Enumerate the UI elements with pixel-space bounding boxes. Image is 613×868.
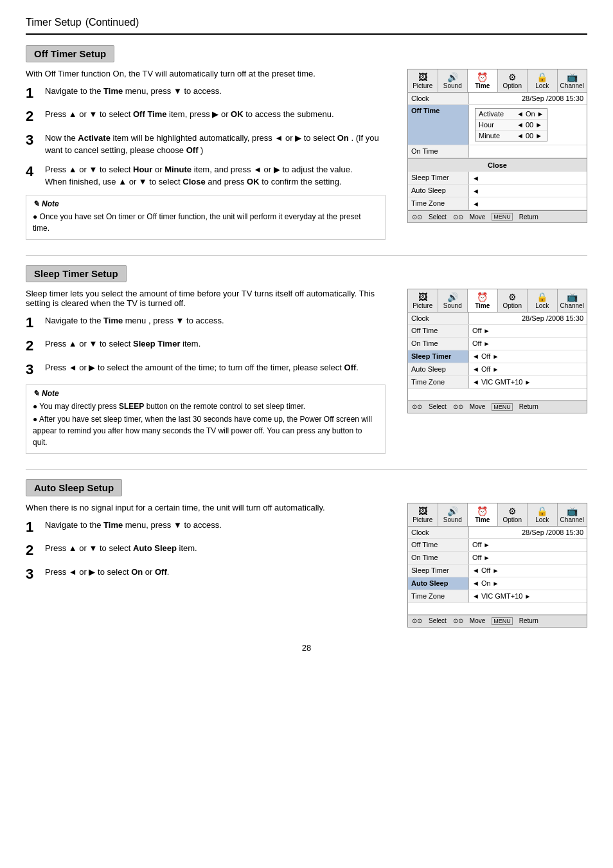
select-icon: ⊙⊙ [412,213,422,221]
time-zone-row: Time Zone ◄ VIC GMT+10 ► [408,590,587,603]
tv-icon-bar: 🖼 Picture 🔊 Sound ⏰ Time ⚙ Option 🔒 [408,503,587,527]
auto-sleep-step-1: 1 Navigate to the Time menu, press ▼ to … [26,519,395,536]
auto-sleep-label: Auto Sleep [408,577,469,590]
step-text: Press ▲ or ▼ to select Auto Sleep item. [45,542,395,555]
sleep-timer-row: Sleep Timer ◄ Off ► [408,565,587,577]
off-timer-header: Off Timer Setup [26,45,114,62]
off-timer-section: Off Timer Setup With Off Timer function … [26,45,587,240]
lock-icon-cell: 🔒 Lock [528,503,558,526]
tv-icon-bar: 🖼 Picture 🔊 Sound ⏰ Time ⚙ Option 🔒 [408,69,587,93]
off-time-label: Off Time [408,539,469,551]
option-icon-cell: ⚙ Option [498,289,528,312]
step-text: Navigate to the Time menu , press ▼ to a… [45,314,395,327]
off-timer-intro: With Off Timer function On, the TV will … [26,69,386,78]
hour-left-arr: ◄ [517,121,524,129]
off-timer-step-3: 3 Now the Activate item will be highligh… [26,132,395,157]
hour-row: Hour ◄ 00 ► [475,120,547,131]
clock-label: Clock [408,93,469,104]
off-time-submenu: Activate ◄ On ► Hour ◄ 00 [475,108,547,141]
sleep-timer-label: Sleep Timer [408,565,469,577]
sound-icon: 🔊 [440,292,466,302]
lock-icon-cell: 🔒 Lock [528,69,558,92]
activate-label: Activate [479,110,514,118]
on-time-value: Off ► [469,552,587,564]
time-icon: ⏰ [469,292,496,302]
picture-icon-cell: 🖼 Picture [408,503,438,526]
off-timer-step-4: 4 Press ▲ or ▼ to select Hour or Minute … [26,163,395,188]
on-time-value: Off ► [469,338,587,350]
channel-icon-cell: 📺 Channel [558,503,587,526]
time-zone-label: Time Zone [408,376,469,388]
minute-label: Minute [479,132,514,140]
hour-value: 00 [526,121,533,129]
activate-right-arr: ► [537,110,544,118]
sleep-timer-intro: Sleep timer lets you select the amount o… [26,289,386,308]
hour-val: ◄ 00 ► [517,121,544,129]
off-time-label: Off Time [408,105,469,145]
auto-sleep-step-2: 2 Press ▲ or ▼ to select Auto Sleep item… [26,542,395,559]
step-num: 4 [26,163,45,180]
time-icon: ⏰ [469,72,496,82]
sound-label: Sound [443,82,462,89]
off-timer-step-1: 1 Navigate to the Time menu, press ▼ to … [26,85,395,102]
picture-icon: 🖼 [409,292,436,302]
activate-val: ◄ On ► [517,110,544,118]
sound-icon-cell: 🔊 Sound [438,289,468,312]
step-num: 1 [26,519,45,536]
channel-label: Channel [560,82,584,89]
sleep-timer-row: Sleep Timer ◄ Off ► [408,350,587,363]
sleep-timer-section: Sleep Timer Setup Sleep timer lets you s… [26,265,587,454]
option-icon-cell: ⚙ Option [498,69,528,92]
step-text: Navigate to the Time menu, press ▼ to ac… [45,85,395,98]
step-text: Press ◄ or ▶ to select On or Off. [45,566,395,579]
time-label: Time [475,82,490,89]
channel-label: Channel [560,516,584,523]
off-time-label: Off Time [408,325,469,337]
step-num: 3 [26,132,45,149]
clock-row: Clock 28/Sep /2008 15:30 [408,93,587,105]
return-label: Return [519,617,538,624]
option-icon: ⚙ [499,72,526,82]
menu-label: MENU [492,403,513,411]
sleep-timer-label: Sleep Timer [408,172,469,184]
lock-label: Lock [535,516,549,523]
picture-icon-cell: 🖼 Picture [408,289,438,312]
channel-icon-cell: 📺 Channel [558,69,587,92]
close-row: Close [408,158,587,172]
select-icon: ⊙⊙ [412,403,422,410]
sound-icon: 🔊 [440,72,466,82]
lock-label: Lock [535,302,549,309]
off-time-value: Activate ◄ On ► Hour ◄ 00 [469,105,587,145]
on-time-row: On Time Off ► [408,552,587,565]
picture-label: Picture [413,82,432,89]
tv-bottom-bar: ⊙⊙ Select ⊙⊙ Move MENU Return [408,615,587,627]
hour-label: Hour [479,121,514,129]
select-label: Select [429,403,447,410]
channel-icon: 📺 [559,292,586,302]
off-time-row: Off Time Off ► [408,325,587,338]
sleep-timer-value: ◄ Off ► [469,565,587,577]
picture-icon-cell: 🖼 Picture [408,69,438,92]
sleep-timer-diagram: 🖼 Picture 🔊 Sound ⏰ Time ⚙ Option 🔒 [407,289,587,413]
sleep-timer-step-1: 1 Navigate to the Time menu , press ▼ to… [26,314,395,331]
clock-row: Clock 28/Sep /2008 15:30 [408,527,587,539]
off-timer-diagram: 🖼 Picture 🔊 Sound ⏰ Time ⚙ Option 🔒 [407,69,587,223]
time-icon-cell: ⏰ Time [468,289,498,312]
auto-sleep-header: Auto Sleep Setup [26,479,122,496]
step-num: 3 [26,361,45,378]
tv-bottom-bar: ⊙⊙ Select ⊙⊙ Move MENU Return [408,401,587,413]
note-title: ✎ Note [33,199,378,208]
spacer [408,603,587,615]
auto-sleep-intro: When there is no signal input for a cert… [26,503,386,512]
sound-label: Sound [443,302,462,309]
sound-icon-cell: 🔊 Sound [438,503,468,526]
option-icon: ⚙ [499,292,526,302]
activate-value: On [526,110,535,118]
time-icon-cell: ⏰ Time [468,503,498,526]
time-icon-cell: ⏰ Time [468,69,498,92]
picture-icon: 🖼 [409,72,436,82]
off-time-value: Off ► [469,325,587,337]
auto-sleep-value: ◄ Off ► [469,363,587,375]
left-arr: ◄ [472,174,479,182]
off-timer-steps: With Off Timer function On, the TV will … [26,69,395,240]
